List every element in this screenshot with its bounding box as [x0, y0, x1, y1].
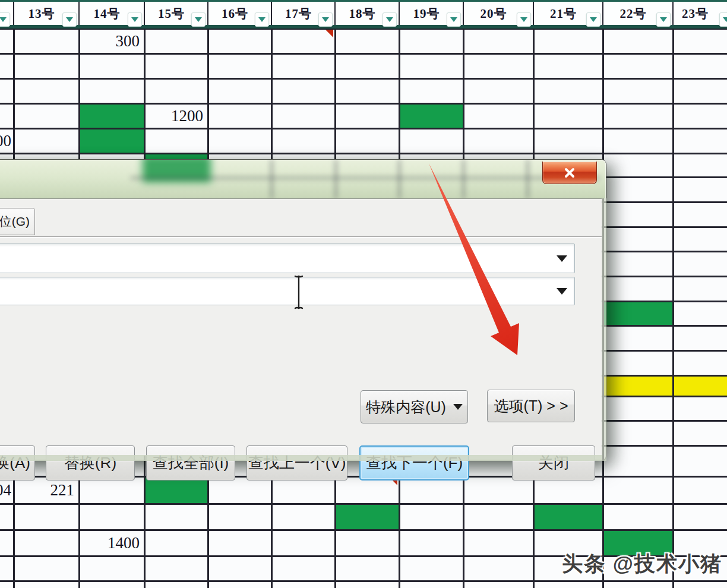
column-header-label: 20号	[464, 2, 523, 25]
filter-dropdown-icon[interactable]	[128, 12, 142, 27]
column-header-label: 14号	[80, 2, 134, 25]
filter-arrow-glyph	[66, 17, 73, 22]
text-cursor-icon	[292, 274, 305, 310]
column-header: 17号	[272, 2, 334, 25]
column-header: 22号	[603, 2, 672, 25]
grid-line	[0, 503, 727, 505]
filter-dropdown-icon[interactable]	[656, 12, 671, 27]
dialog-glass-border-bottom	[0, 455, 602, 461]
options-button[interactable]: 选项(T) > >	[487, 390, 575, 422]
column-header: 14号	[80, 2, 144, 25]
find-next-button[interactable]: 查找下一个(F)	[359, 445, 469, 480]
column-header-label: 22号	[603, 2, 663, 25]
column-header	[1, 2, 13, 25]
filter-arrow-glyph	[723, 17, 727, 22]
filter-arrow-glyph	[660, 17, 667, 22]
filter-dropdown-icon[interactable]	[0, 12, 10, 27]
find-what-combobox[interactable]	[0, 244, 575, 273]
grid-line	[0, 580, 727, 582]
find-previous-button[interactable]: 查找上一个(V)	[246, 445, 347, 480]
filter-arrow-glyph	[386, 17, 393, 22]
close-button[interactable]: 关闭	[512, 445, 595, 480]
filter-dropdown-icon[interactable]	[318, 12, 333, 27]
glass-blur-rowline	[131, 176, 600, 179]
highlighted-cell	[533, 504, 603, 530]
filter-dropdown-icon[interactable]	[447, 12, 461, 27]
column-header: 21号	[534, 2, 602, 25]
grid-line	[0, 128, 727, 129]
column-header-label: 13号	[14, 2, 69, 25]
tab-goto[interactable]: 定位(G)	[0, 208, 35, 235]
filter-dropdown-icon[interactable]	[719, 12, 727, 27]
column-header-label: 16号	[208, 2, 261, 25]
highlighted-cell	[79, 128, 144, 153]
replace-with-combobox[interactable]	[0, 277, 575, 305]
cell-value: 1200	[144, 103, 208, 128]
filter-arrow-glyph	[131, 17, 138, 22]
find-all-button[interactable]: 查找全部(I)	[146, 445, 235, 480]
column-header: 16号	[208, 2, 271, 25]
filter-dropdown-icon[interactable]	[62, 12, 77, 27]
cell-value: 300	[79, 29, 144, 53]
column-header-label: 23号	[674, 2, 717, 25]
grid-line	[0, 153, 727, 154]
replace-all-button[interactable]: 全部替换(A)	[0, 445, 35, 480]
filter-dropdown-icon[interactable]	[191, 12, 206, 27]
highlighted-cell	[79, 103, 144, 128]
column-header-label: 17号	[272, 2, 325, 25]
highlighted-cell	[335, 504, 399, 530]
column-header-label: 15号	[145, 2, 198, 25]
grid-line	[0, 103, 727, 105]
highlighted-cell	[399, 103, 463, 128]
replace-button[interactable]: 替换(R)	[46, 445, 135, 480]
cell-value: 1400	[79, 530, 144, 556]
filter-dropdown-icon[interactable]	[255, 12, 269, 27]
column-header: 13号	[14, 2, 78, 25]
tab-strip-divider	[0, 236, 602, 238]
highlighted-cell	[603, 375, 673, 396]
chevron-down-icon[interactable]	[557, 255, 567, 262]
screenshot-stage: 13号14号15号16号17号18号19号20号21号22号23号3001200…	[0, 0, 727, 588]
filter-arrow-glyph	[195, 17, 202, 22]
filter-arrow-glyph	[520, 17, 527, 22]
filter-arrow-glyph	[450, 17, 457, 22]
close-x-glyph	[563, 166, 576, 179]
grid-line	[672, 0, 674, 588]
filter-arrow-glyph	[590, 17, 597, 22]
special-content-button[interactable]: 特殊内容(U)	[361, 390, 468, 423]
column-header: 20号	[464, 2, 533, 25]
cell-value: 00	[0, 128, 14, 153]
column-header: 23号	[674, 2, 726, 25]
column-header-label: 19号	[400, 2, 453, 25]
dialog-content: 定位(G) 特殊内容(U) 选项(T) > > 全部替换(A) 替换(R) 查找…	[0, 198, 602, 456]
grid-line	[0, 78, 727, 80]
column-header: 19号	[400, 2, 463, 25]
filter-arrow-glyph	[258, 17, 265, 22]
chevron-down-icon[interactable]	[557, 288, 567, 295]
column-header-label: 21号	[534, 2, 593, 25]
dialog-glass-border-right	[602, 198, 606, 461]
filter-dropdown-icon[interactable]	[517, 12, 531, 27]
column-header-label: 18号	[336, 2, 389, 25]
column-header: 15号	[145, 2, 207, 25]
special-content-label: 特殊内容(U)	[366, 397, 446, 417]
filter-arrow-glyph	[322, 17, 329, 22]
comment-marker-icon	[325, 30, 333, 37]
filter-dropdown-icon[interactable]	[586, 12, 600, 27]
close-icon[interactable]	[542, 162, 597, 184]
dropdown-arrow-icon	[453, 404, 463, 410]
column-header: 18号	[336, 2, 399, 25]
highlighted-cell	[603, 301, 673, 325]
dialog-title-bar[interactable]	[0, 160, 606, 198]
highlighted-cell	[673, 375, 727, 396]
filter-arrow-glyph	[0, 17, 7, 22]
watermark-text: 头条 @技术小猪	[562, 550, 722, 578]
filter-dropdown-icon[interactable]	[383, 12, 397, 27]
